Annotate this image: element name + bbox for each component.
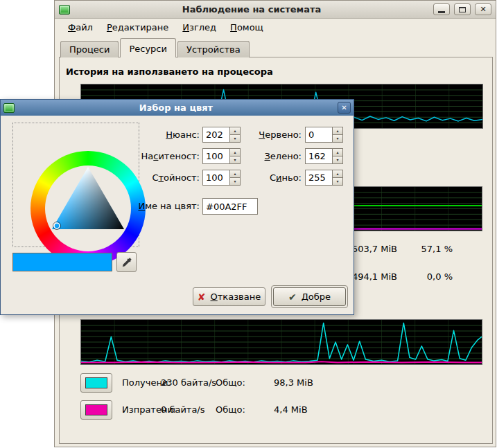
minimize-button[interactable] bbox=[433, 3, 450, 15]
green-input[interactable] bbox=[305, 148, 333, 164]
spin-down-icon: ▾ bbox=[336, 136, 338, 141]
blue-input[interactable] bbox=[305, 170, 333, 186]
sent-color-button[interactable] bbox=[80, 400, 112, 420]
spin-up-icon: ▴ bbox=[336, 150, 338, 154]
color-name-label: Име на цвят: bbox=[122, 198, 200, 214]
blue-label: Синьо: bbox=[229, 170, 302, 186]
green-spin-down[interactable]: ▾ bbox=[333, 156, 343, 164]
green-spin-up[interactable]: ▴ bbox=[333, 148, 343, 156]
tab-resources[interactable]: Ресурси bbox=[120, 38, 176, 57]
close-icon: ✕ bbox=[341, 104, 347, 111]
tab-processes[interactable]: Процеси bbox=[60, 41, 119, 57]
maximize-icon bbox=[459, 7, 466, 12]
cancel-icon: ✘ bbox=[198, 292, 206, 302]
received-legend-row: Получени: 230 байта/s Общо: 98,3 MiB bbox=[80, 373, 469, 393]
green-spinbox: ▴▾ bbox=[305, 148, 343, 164]
blue-spin-down[interactable]: ▾ bbox=[333, 178, 343, 186]
blue-spinbox: ▴▾ bbox=[305, 170, 343, 186]
maximize-button[interactable] bbox=[454, 3, 471, 15]
tabstrip: Процеси Ресурси Устройства bbox=[60, 38, 251, 57]
ok-label: Добре bbox=[302, 292, 331, 302]
menu-item-edit[interactable]: Редактиране bbox=[100, 19, 175, 35]
received-total: 98,3 MiB bbox=[274, 373, 313, 393]
cpu-section-title: История на използването на процесора bbox=[66, 66, 273, 77]
cancel-button[interactable]: ✘ Отказване bbox=[193, 287, 265, 306]
color-wheel-area bbox=[12, 123, 139, 247]
received-color-swatch bbox=[85, 377, 107, 388]
cancel-label: Отказване bbox=[211, 292, 261, 302]
ok-button-default-ring: ✔ Добре bbox=[271, 285, 348, 308]
red-spin-down[interactable]: ▾ bbox=[333, 135, 343, 143]
memory-used-percent: 57,1 % bbox=[407, 243, 453, 255]
color-preview bbox=[12, 253, 112, 271]
dialog-titlebar[interactable]: Избор на цвят ✕ bbox=[1, 100, 354, 116]
saturation-label: Наситеност: bbox=[122, 148, 200, 164]
network-history-chart bbox=[80, 319, 482, 365]
blue-spin-up[interactable]: ▴ bbox=[333, 170, 343, 178]
green-label: Зелено: bbox=[229, 148, 302, 164]
menu-item-help[interactable]: Помощ bbox=[223, 19, 270, 35]
spin-down-icon: ▾ bbox=[336, 179, 338, 183]
spin-up-icon: ▴ bbox=[336, 172, 338, 176]
value-label: Стойност: bbox=[122, 170, 200, 186]
dialog-icon bbox=[3, 103, 15, 113]
sent-rate: 0 байта/s bbox=[161, 400, 205, 420]
dialog-title: Избор на цвят bbox=[18, 102, 334, 113]
swap-used-percent: 0,0 % bbox=[407, 271, 453, 283]
close-button[interactable]: ✕ bbox=[475, 3, 491, 15]
minimize-icon bbox=[438, 11, 445, 13]
menubar: Файл Редактиране Изглед Помощ bbox=[55, 19, 496, 36]
saturation-input[interactable] bbox=[202, 148, 230, 164]
sent-color-swatch bbox=[85, 404, 107, 415]
sent-total-label: Общо: bbox=[216, 400, 245, 420]
sent-total: 4,4 MiB bbox=[274, 400, 308, 420]
eyedropper-icon bbox=[121, 257, 132, 268]
hue-label: Нюанс: bbox=[122, 127, 200, 143]
eyedropper-button[interactable] bbox=[116, 252, 137, 272]
close-icon: ✕ bbox=[480, 6, 486, 13]
saturation-value-triangle[interactable] bbox=[45, 165, 131, 251]
red-spin-up[interactable]: ▴ bbox=[333, 127, 343, 135]
menu-item-file[interactable]: Файл bbox=[61, 19, 100, 35]
system-monitor-icon bbox=[59, 5, 70, 15]
color-name-input[interactable] bbox=[202, 198, 258, 215]
received-rate: 230 байта/s bbox=[161, 373, 216, 393]
color-picker-dialog: Избор на цвят ✕ bbox=[0, 99, 354, 315]
spin-up-icon: ▴ bbox=[336, 129, 338, 133]
window-title: Наблюдение на системата bbox=[74, 4, 429, 15]
spin-down-icon: ▾ bbox=[336, 158, 338, 162]
value-input[interactable] bbox=[202, 170, 230, 186]
titlebar[interactable]: Наблюдение на системата ✕ bbox=[55, 1, 496, 19]
sent-legend-row: Изпратени: 0 байта/s Общо: 4,4 MiB bbox=[80, 400, 469, 420]
red-label: Червено: bbox=[229, 127, 302, 143]
hue-input[interactable] bbox=[202, 127, 230, 143]
dialog-close-button[interactable]: ✕ bbox=[338, 102, 351, 114]
ok-icon: ✔ bbox=[288, 292, 297, 302]
received-total-label: Общо: bbox=[216, 373, 245, 393]
tab-devices[interactable]: Устройства bbox=[177, 41, 250, 57]
received-color-button[interactable] bbox=[80, 373, 112, 393]
menu-item-view[interactable]: Изглед bbox=[175, 19, 223, 35]
red-spinbox: ▴▾ bbox=[305, 127, 343, 143]
ok-button[interactable]: ✔ Добре bbox=[273, 287, 346, 306]
red-input[interactable] bbox=[305, 127, 333, 143]
